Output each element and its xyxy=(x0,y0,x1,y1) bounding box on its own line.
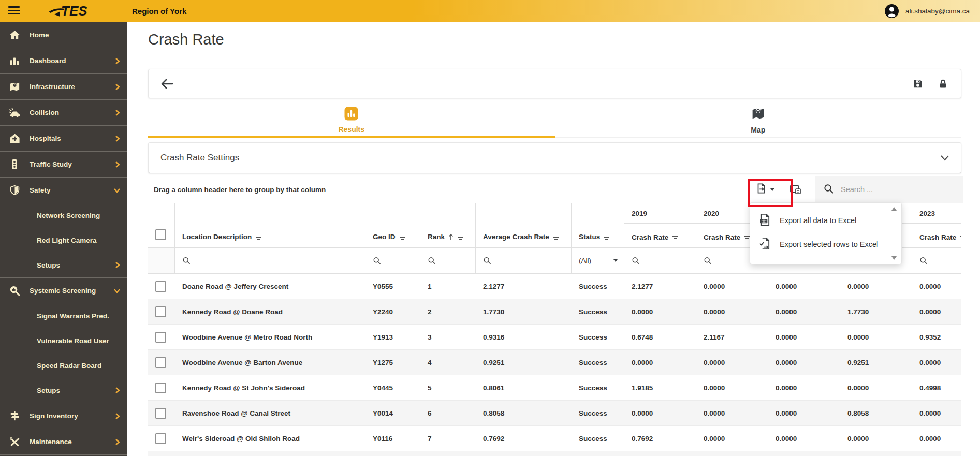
header-filter-icon[interactable] xyxy=(553,236,559,241)
avatar-icon[interactable] xyxy=(884,4,899,19)
sidebar-item-infrastructure[interactable]: Infrastructure xyxy=(0,73,127,99)
table-row[interactable]: Kennedy Road @ Doane Road Y2240 2 1.7730… xyxy=(148,299,961,325)
table-row[interactable]: Woodbine Avenue @ Metro Road North Y1913… xyxy=(148,325,961,350)
sidebar-item-signal-warrants-pred[interactable]: Signal Warrants Pred. xyxy=(0,303,127,328)
cell-crash-rate-2023: 0.0000 xyxy=(912,426,961,451)
row-checkbox[interactable] xyxy=(155,433,166,444)
cell-status: Success xyxy=(572,274,624,299)
export-icon xyxy=(755,182,767,197)
search-icon xyxy=(824,184,833,196)
cell-crash-rate-2023: 0.4998 xyxy=(912,375,961,400)
tab-results[interactable]: Results xyxy=(148,104,555,138)
header-2023[interactable]: 2023 Crash Rate xyxy=(912,203,961,247)
sidebar-item-sign-inventory[interactable]: Sign Inventory xyxy=(0,403,127,429)
sidebar-item-label: Dashboard xyxy=(30,57,66,65)
menu-item-export-all[interactable]: Export all data to Excel xyxy=(750,209,901,232)
chevron-right-icon xyxy=(115,439,120,445)
filter-geo-id[interactable] xyxy=(365,248,420,273)
sidebar-item-systemic-screening[interactable]: Systemic Screening xyxy=(0,277,127,303)
cell-crash-rate-2021: 0.0000 xyxy=(768,375,840,400)
header-average-crash-rate[interactable]: Average Crash Rate xyxy=(476,203,572,247)
header-status[interactable]: Status xyxy=(572,203,624,247)
chevron-down-icon xyxy=(114,288,120,293)
select-all-checkbox[interactable] xyxy=(155,229,166,240)
crash-rate-settings-panel[interactable]: Crash Rate Settings xyxy=(148,142,961,173)
export-selected-icon xyxy=(759,237,771,252)
cell-geo-id: Y0555 xyxy=(365,274,420,299)
filter-average-crash-rate[interactable] xyxy=(476,248,572,273)
cell-crash-rate-2019: 0.7692 xyxy=(624,426,696,451)
column-chooser-icon[interactable] xyxy=(789,183,801,196)
save-icon[interactable] xyxy=(912,78,924,90)
cell-crash-rate-2020: 2.1167 xyxy=(696,325,768,349)
row-checkbox[interactable] xyxy=(155,281,166,292)
year-band-label: 2023 xyxy=(912,203,961,224)
row-select-cell xyxy=(148,274,175,299)
header-2019[interactable]: 2019 Crash Rate xyxy=(624,203,696,247)
header-filter-icon[interactable] xyxy=(255,236,261,241)
cell-average-crash-rate: 1.7730 xyxy=(476,299,572,324)
cell-average-crash-rate: 2.1277 xyxy=(476,274,572,299)
row-checkbox[interactable] xyxy=(155,306,166,317)
lock-icon[interactable] xyxy=(938,78,948,90)
cell-crash-rate-2021: 0.0000 xyxy=(768,426,840,451)
export-dropdown-menu: Export all data to Excel Export selected… xyxy=(750,202,902,264)
header-filter-icon[interactable] xyxy=(960,235,961,240)
sidebar-item-maintenance[interactable]: Maintenance xyxy=(0,429,127,455)
action-bar xyxy=(148,69,961,98)
sidebar-item-speed-radar-board[interactable]: Speed Radar Board xyxy=(0,353,127,378)
hamburger-menu-icon[interactable] xyxy=(8,6,20,16)
row-select-cell xyxy=(148,375,175,400)
sidebar-item-collision[interactable]: Collision xyxy=(0,99,127,125)
sidebar-item-network-screening[interactable]: Network Screening xyxy=(0,203,127,228)
sidebar-item-red-light-camera[interactable]: Red Light Camera xyxy=(0,228,127,253)
back-arrow-icon[interactable] xyxy=(160,78,173,90)
sidebar-item-hospitals[interactable]: Hospitals xyxy=(0,125,127,151)
sidebar-item-setups-systemic[interactable]: Setups xyxy=(0,378,127,403)
row-checkbox[interactable] xyxy=(155,383,166,393)
export-button[interactable] xyxy=(748,180,782,199)
cell-crash-rate-2019: 0.6748 xyxy=(624,325,696,349)
row-checkbox[interactable] xyxy=(155,408,166,419)
header-filter-icon[interactable] xyxy=(672,235,678,240)
filter-2019[interactable] xyxy=(624,248,696,273)
sidebar-item-setups-safety[interactable]: Setups xyxy=(0,253,127,277)
filter-location[interactable] xyxy=(175,248,365,273)
sidebar-item-label: Network Screening xyxy=(37,212,100,219)
sidebar-item-dashboard[interactable]: Dashboard xyxy=(0,48,127,73)
table-row[interactable]: Ravenshoe Road @ Canal Street Y0014 6 0.… xyxy=(148,401,961,426)
menu-item-export-selected[interactable]: Export selected rows to Excel xyxy=(750,232,901,256)
status-filter-value: (All) xyxy=(579,257,591,264)
sidebar-item-home[interactable]: Home xyxy=(0,22,127,48)
sidebar-item-safety[interactable]: Safety xyxy=(0,177,127,203)
header-filter-icon[interactable] xyxy=(604,236,610,241)
cell-crash-rate-2020: 0.0000 xyxy=(696,299,768,324)
header-filter-icon[interactable] xyxy=(457,236,463,241)
filter-status-select[interactable]: (All) xyxy=(572,248,624,273)
sidebar-item-label: Speed Radar Board xyxy=(37,362,101,370)
header-location-description[interactable]: Location Description xyxy=(175,203,365,247)
cell-average-crash-rate: 0.7692 xyxy=(476,426,572,451)
menu-scroll-up-icon[interactable] xyxy=(891,207,897,211)
sidebar-item-vulnerable-road-user[interactable]: Vulnerable Road User xyxy=(0,328,127,353)
menu-scroll-down-icon[interactable] xyxy=(891,256,897,260)
filter-2023[interactable] xyxy=(912,248,961,273)
row-checkbox[interactable] xyxy=(155,357,166,368)
chevron-down-icon[interactable] xyxy=(940,155,949,161)
row-checkbox[interactable] xyxy=(155,332,166,343)
search-input[interactable] xyxy=(840,185,945,194)
filter-rank[interactable] xyxy=(420,248,476,273)
sidebar-item-traffic-study[interactable]: Traffic Study xyxy=(0,151,127,177)
tab-map[interactable]: Map xyxy=(555,104,962,138)
sidebar-item-label: Infrastructure xyxy=(30,83,75,91)
header-filter-icon[interactable] xyxy=(399,236,405,241)
table-row[interactable]: Weir's Sideroad @ Old Shiloh Road Y0116 … xyxy=(148,426,961,451)
table-row[interactable]: Doane Road @ Jeffery Crescent Y0555 1 2.… xyxy=(148,274,961,299)
cell-crash-rate-2020: 0.0000 xyxy=(696,401,768,425)
table-row[interactable]: Woodbine Avenue @ Barton Avenue Y1275 4 … xyxy=(148,350,961,375)
tenant-name: Region of York xyxy=(132,0,186,22)
table-row[interactable]: Kennedy Road @ St John's Sideroad Y0445 … xyxy=(148,375,961,401)
chevron-right-icon xyxy=(115,110,120,116)
header-rank[interactable]: Rank xyxy=(420,203,476,247)
header-geo-id[interactable]: Geo ID xyxy=(365,203,420,247)
